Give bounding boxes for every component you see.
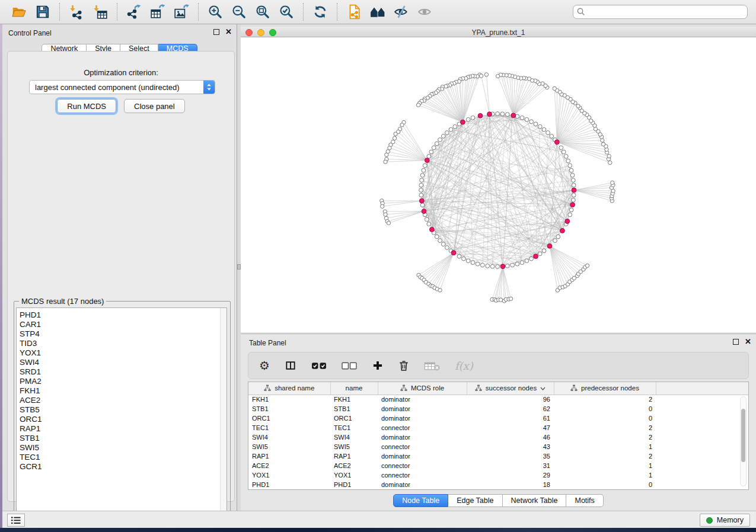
memory-button[interactable]: Memory (700, 514, 750, 527)
graph-node[interactable] (445, 131, 449, 135)
graph-node-mcds[interactable] (565, 219, 570, 224)
export-table-icon[interactable] (148, 2, 167, 21)
graph-node[interactable] (387, 221, 390, 225)
mcds-result-item[interactable]: PHD1 (17, 310, 227, 320)
close-window-icon[interactable] (245, 29, 253, 36)
graph-node-mcds[interactable] (451, 251, 456, 255)
graph-node-mcds[interactable] (419, 198, 424, 203)
graph-node[interactable] (388, 146, 391, 150)
graph-node[interactable] (384, 160, 387, 164)
tab-node-table[interactable]: Node Table (393, 494, 448, 507)
mcds-result-item[interactable]: RAP1 (17, 424, 227, 434)
graph-node[interactable] (471, 261, 475, 265)
search-input[interactable] (573, 5, 748, 19)
tab-network-table[interactable]: Network Table (503, 494, 567, 507)
graph-node[interactable] (538, 252, 542, 256)
graph-node-mcds[interactable] (461, 120, 465, 124)
share-document-icon[interactable] (344, 2, 363, 21)
graph-node[interactable] (500, 112, 505, 116)
maximize-window-icon[interactable] (269, 29, 276, 36)
graph-node[interactable] (480, 263, 484, 267)
mcds-result-item[interactable]: SRD1 (17, 367, 227, 377)
graph-node-mcds[interactable] (570, 203, 575, 207)
neighbors-icon[interactable] (368, 2, 387, 21)
zoom-selected-icon[interactable] (277, 2, 296, 21)
graph-node[interactable] (419, 183, 423, 187)
graph-node-mcds[interactable] (500, 264, 505, 269)
graph-node[interactable] (400, 123, 404, 127)
graph-node[interactable] (384, 213, 387, 216)
graph-node-mcds[interactable] (487, 112, 492, 117)
network-canvas[interactable] (241, 37, 756, 332)
graph-node[interactable] (553, 239, 557, 243)
table-row[interactable]: FKH1FKH1dominator962 (248, 395, 749, 404)
close-panel-button[interactable]: Close panel (124, 99, 185, 113)
show-all-icon[interactable] (416, 2, 435, 21)
graph-node[interactable] (466, 117, 470, 121)
graph-node[interactable] (556, 235, 560, 239)
mcds-result-item[interactable]: STB1 (17, 434, 227, 443)
graph-node[interactable] (419, 188, 423, 193)
mcds-result-item[interactable]: ACE2 (17, 396, 227, 405)
graph-node[interactable] (445, 246, 449, 250)
graph-node[interactable] (457, 254, 461, 258)
delete-row-icon[interactable] (397, 358, 411, 373)
network-window-titlebar[interactable]: YPA_prune.txt_1 (241, 27, 756, 37)
graph-node-mcds[interactable] (534, 254, 538, 259)
graph-node[interactable] (435, 235, 439, 239)
graph-node-mcds[interactable] (554, 140, 559, 145)
mcds-result-item[interactable]: TID3 (17, 339, 227, 348)
mcds-result-item[interactable]: PMA2 (17, 377, 227, 386)
mcds-result-item[interactable]: STB5 (17, 405, 227, 415)
graph-node[interactable] (569, 168, 573, 172)
clear-selection-icon[interactable] (340, 360, 359, 372)
hide-selected-icon[interactable] (392, 2, 411, 21)
column-header-predecessor-nodes[interactable]: predecessor nodes (554, 382, 656, 395)
tab-motifs[interactable]: Motifs (566, 494, 603, 507)
mcds-result-item[interactable]: SWI5 (17, 443, 227, 453)
graph-node[interactable] (420, 173, 425, 177)
close-panel-icon[interactable]: ✕ (225, 29, 232, 35)
graph-node[interactable] (529, 120, 534, 124)
graph-node[interactable] (425, 217, 429, 222)
zoom-in-icon[interactable] (206, 2, 225, 21)
graph-node-mcds[interactable] (430, 227, 435, 232)
graph-node[interactable] (546, 131, 550, 135)
graph-node-mcds[interactable] (422, 209, 426, 214)
import-table-icon[interactable] (91, 2, 110, 21)
table-row[interactable]: STB1STB1dominator620 (248, 404, 749, 414)
graph-node[interactable] (385, 153, 388, 156)
mcds-result-item[interactable]: GCR1 (17, 462, 227, 472)
table-settings-icon[interactable]: ⚙ (258, 358, 271, 373)
graph-node[interactable] (520, 116, 524, 120)
mcds-result-item[interactable]: FKH1 (17, 386, 227, 396)
export-network-icon[interactable] (125, 2, 143, 21)
graph-node[interactable] (608, 161, 612, 164)
graph-node[interactable] (601, 142, 605, 146)
graph-node[interactable] (441, 242, 445, 246)
select-all-rows-icon[interactable] (310, 360, 328, 372)
graph-node[interactable] (420, 203, 425, 207)
graph-node[interactable] (422, 168, 426, 172)
graph-node[interactable] (570, 173, 575, 177)
graph-node[interactable] (420, 178, 424, 182)
graph-node[interactable] (486, 264, 490, 268)
result-list-scrollbar[interactable] (220, 308, 227, 517)
optimization-criterion-select[interactable]: largest connected component (undirected) (29, 80, 215, 94)
tab-edge-table[interactable]: Edge Table (448, 494, 502, 507)
graph-node[interactable] (515, 262, 519, 266)
graph-node[interactable] (466, 259, 470, 263)
graph-node[interactable] (538, 124, 542, 129)
minimize-window-icon[interactable] (257, 29, 264, 36)
graph-node[interactable] (572, 183, 576, 187)
graph-node[interactable] (471, 116, 475, 120)
column-header-name[interactable]: name (330, 382, 378, 395)
graph-node[interactable] (462, 257, 466, 261)
graph-node[interactable] (427, 222, 431, 226)
graph-node[interactable] (529, 257, 534, 261)
graph-node[interactable] (423, 164, 427, 168)
add-row-icon[interactable] (371, 358, 385, 373)
table-row[interactable]: TEC1TEC1connector472 (248, 423, 749, 432)
graph-node[interactable] (576, 104, 580, 108)
graph-node[interactable] (572, 193, 576, 197)
